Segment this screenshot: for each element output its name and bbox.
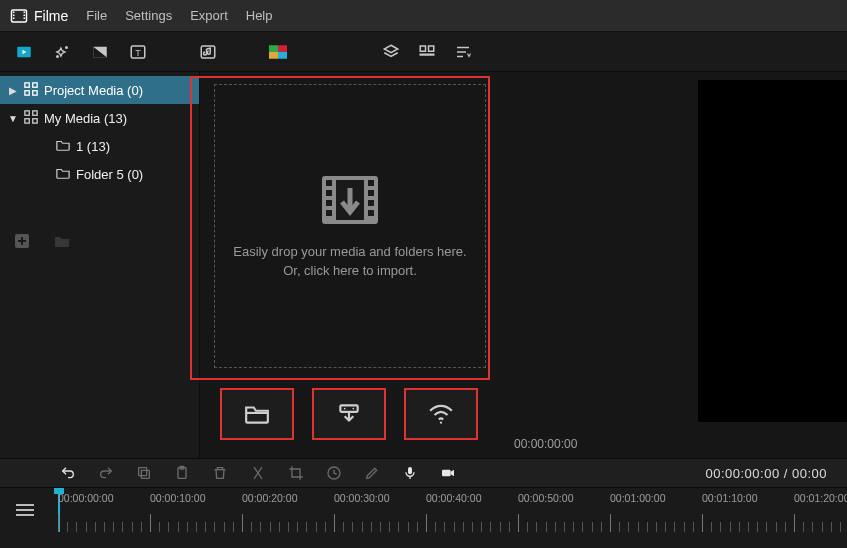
ruler-label: 00:00:10:00 (150, 492, 205, 504)
media-dropzone[interactable]: Easily drop your media and folders here.… (214, 84, 486, 368)
crop-button[interactable] (288, 465, 304, 481)
speed-button[interactable] (326, 465, 342, 481)
ruler-label: 00:00:20:00 (242, 492, 297, 504)
sidebar-item-label: Project Media (0) (44, 83, 143, 98)
expand-icon: ▶ (8, 85, 18, 96)
app-name: Filme (34, 8, 68, 24)
svg-rect-18 (269, 52, 278, 59)
title-bar: Filme File Settings Export Help (0, 0, 847, 32)
preview-timecode: 00:00:00:00 (508, 430, 847, 458)
grid-icon (24, 82, 38, 99)
text-tab-icon[interactable]: T (128, 42, 148, 62)
svg-rect-3 (13, 17, 15, 19)
copy-button[interactable] (136, 465, 152, 481)
timeline-ruler-row: 00:00:00:0000:00:10:0000:00:20:0000:00:3… (0, 488, 847, 532)
folder-open-icon (244, 403, 270, 425)
folder-disabled-icon (54, 233, 70, 252)
svg-rect-40 (326, 200, 332, 206)
svg-rect-5 (24, 14, 26, 16)
import-file-button[interactable] (220, 388, 294, 440)
ruler-label: 00:01:20:00 (794, 492, 847, 504)
transitions-tab-icon[interactable] (90, 42, 110, 62)
add-folder-button[interactable] (14, 233, 30, 252)
import-buttons-row (220, 388, 478, 440)
sidebar-item-label: Folder 5 (0) (76, 167, 143, 182)
svg-rect-17 (278, 45, 287, 52)
dropzone-text-2: Or, click here to import. (233, 261, 466, 281)
folder-icon (56, 166, 70, 183)
grid-icon (24, 110, 38, 127)
svg-rect-42 (368, 180, 374, 186)
voiceover-button[interactable] (402, 465, 418, 481)
app-logo: Filme (10, 7, 68, 25)
redo-button[interactable] (98, 465, 114, 481)
svg-point-9 (66, 46, 68, 48)
svg-rect-26 (25, 82, 29, 86)
ruler-label: 00:00:00:00 (58, 492, 113, 504)
svg-point-52 (440, 422, 442, 424)
svg-rect-29 (33, 90, 37, 94)
svg-text:T: T (135, 47, 141, 57)
import-wireless-button[interactable] (404, 388, 478, 440)
edit-button[interactable] (364, 465, 380, 481)
svg-rect-54 (139, 468, 147, 476)
undo-button[interactable] (60, 465, 76, 481)
sidebar-item-project-media[interactable]: ▶ Project Media (0) (0, 76, 199, 104)
svg-rect-2 (13, 14, 15, 16)
svg-rect-33 (33, 118, 37, 122)
svg-rect-32 (25, 118, 29, 122)
ruler-label: 00:00:30:00 (334, 492, 389, 504)
svg-rect-38 (326, 180, 332, 186)
preview-video[interactable] (698, 80, 847, 422)
paste-button[interactable] (174, 465, 190, 481)
sidebar-item-folder-5[interactable]: Folder 5 (0) (0, 160, 199, 188)
svg-rect-60 (442, 470, 451, 477)
svg-rect-16 (269, 45, 278, 52)
tool-row: T (0, 32, 847, 72)
svg-marker-61 (451, 470, 454, 477)
timeline-ruler[interactable]: 00:00:00:0000:00:10:0000:00:20:0000:00:3… (50, 488, 847, 532)
hamburger-icon (16, 503, 34, 517)
audio-tab-icon[interactable] (198, 42, 218, 62)
sort-icon[interactable] (453, 42, 473, 62)
svg-rect-45 (368, 210, 374, 216)
import-device-button[interactable] (312, 388, 386, 440)
delete-button[interactable] (212, 465, 228, 481)
record-button[interactable] (440, 465, 456, 481)
split-button[interactable] (250, 465, 266, 481)
menu-file[interactable]: File (86, 8, 107, 23)
svg-rect-22 (420, 54, 434, 55)
device-import-icon (336, 403, 362, 425)
sidebar-item-folder-1[interactable]: 1 (13) (0, 132, 199, 160)
svg-point-10 (57, 55, 59, 57)
menu-export[interactable]: Export (190, 8, 228, 23)
effects-tab-icon[interactable] (52, 42, 72, 62)
expand-icon: ▼ (8, 113, 18, 124)
media-tab-icon[interactable] (14, 42, 34, 62)
svg-rect-43 (368, 190, 374, 196)
svg-rect-4 (24, 11, 26, 13)
layers-icon[interactable] (381, 42, 401, 62)
wifi-icon (428, 403, 454, 425)
svg-rect-28 (25, 90, 29, 94)
main-menu: File Settings Export Help (86, 8, 272, 23)
ruler-label: 00:00:50:00 (518, 492, 573, 504)
ruler-label: 00:00:40:00 (426, 492, 481, 504)
svg-rect-31 (33, 110, 37, 114)
menu-settings[interactable]: Settings (125, 8, 172, 23)
svg-rect-27 (33, 82, 37, 86)
color-tab-icon[interactable] (268, 42, 288, 62)
folder-icon (56, 138, 70, 155)
sidebar-item-label: 1 (13) (76, 139, 110, 154)
grid-view-icon[interactable] (417, 42, 437, 62)
svg-rect-39 (326, 190, 332, 196)
timeline-menu-button[interactable] (0, 488, 50, 532)
svg-rect-53 (141, 470, 149, 478)
menu-help[interactable]: Help (246, 8, 273, 23)
timeline-timecode: 00:00:00:00 / 00:00 (705, 466, 827, 481)
filme-logo-icon (10, 7, 28, 25)
sidebar-item-my-media[interactable]: ▼ My Media (13) (0, 104, 199, 132)
media-sidebar: ▶ Project Media (0) ▼ My Media (13) 1 (1… (0, 72, 200, 458)
ruler-label: 00:01:10:00 (702, 492, 757, 504)
svg-rect-30 (25, 110, 29, 114)
